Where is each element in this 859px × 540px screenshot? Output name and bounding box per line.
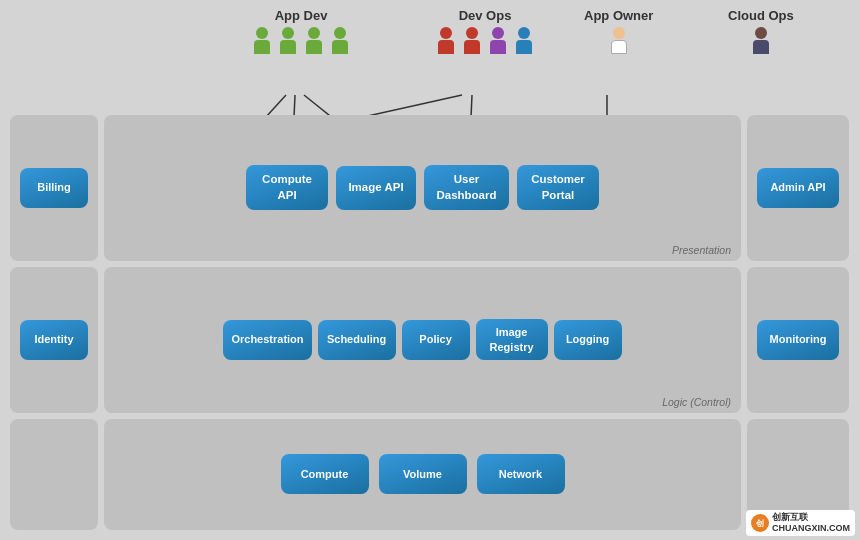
person-icon [276,27,300,59]
scheduling-box: Scheduling [318,320,396,360]
persona-app-dev-label: App Dev [275,8,328,23]
person-icon [302,27,326,59]
personas-row: App Dev Dev Ops App Owner [0,0,859,115]
persona-app-owner: App Owner [584,8,653,59]
user-dashboard-box: User Dashboard [424,165,509,210]
content-area: Billing Identity Compu [0,110,859,540]
admin-api-box: Admin API [757,168,839,208]
person-icon [328,27,352,59]
architecture-diagram: App Dev Dev Ops App Owner [0,0,859,540]
identity-box: Identity [20,320,88,360]
presentation-boxes: Compute API Image API User Dashboard Cus… [246,165,599,210]
persona-cloud-ops-icons [749,27,773,59]
admin-api-panel: Admin API [747,115,849,261]
person-icon [749,27,773,59]
brand-text: 创新互联 CHUANGXIN.COM [772,512,850,534]
left-sidebar: Billing Identity [10,115,98,530]
policy-box: Policy [402,320,470,360]
center-content: Compute API Image API User Dashboard Cus… [104,115,741,530]
person-icon [250,27,274,59]
image-api-box: Image API [336,166,416,210]
person-icon [434,27,458,59]
customer-portal-box: Customer Portal [517,165,599,210]
volume-box: Volume [379,454,467,494]
presentation-label: Presentation [672,244,731,256]
persona-cloud-ops-label: Cloud Ops [728,8,794,23]
brand-watermark: 创 创新互联 CHUANGXIN.COM [746,510,855,536]
presentation-layer: Compute API Image API User Dashboard Cus… [104,115,741,261]
persona-app-owner-label: App Owner [584,8,653,23]
image-registry-box: Image Registry [476,319,548,361]
monitoring-panel: Monitoring [747,267,849,413]
persona-cloud-ops: Cloud Ops [728,8,794,59]
right-sidebar: Admin API Monitoring [747,115,849,530]
monitoring-box-container: Monitoring [757,277,839,403]
person-icon [607,27,631,59]
compute-api-box: Compute API [246,165,328,210]
identity-panel: Identity [10,267,98,413]
person-icon [460,27,484,59]
logic-boxes: Orchestration Scheduling Policy Image Re… [223,319,621,361]
billing-box-container: Billing [20,125,88,251]
persona-dev-ops: Dev Ops [434,8,536,59]
monitoring-box: Monitoring [757,320,839,360]
person-icon [512,27,536,59]
persona-dev-ops-label: Dev Ops [459,8,512,23]
person-icon [486,27,510,59]
persona-app-dev: App Dev [250,8,352,59]
persona-app-dev-icons [250,27,352,59]
identity-box-container: Identity [20,277,88,403]
brand-circle: 创 [751,514,769,532]
logic-layer: Orchestration Scheduling Policy Image Re… [104,267,741,413]
persona-dev-ops-icons [434,27,536,59]
billing-panel: Billing [10,115,98,261]
billing-box: Billing [20,168,88,208]
infra-boxes: Compute Volume Network [281,454,565,494]
infrastructure-layer: Compute Volume Network [104,419,741,530]
logging-box: Logging [554,320,622,360]
compute-box: Compute [281,454,369,494]
logic-label: Logic (Control) [662,396,731,408]
orchestration-box: Orchestration [223,320,311,360]
network-box: Network [477,454,565,494]
persona-app-owner-icons [607,27,631,59]
infra-left-panel [10,419,98,530]
admin-api-box-container: Admin API [757,125,839,251]
